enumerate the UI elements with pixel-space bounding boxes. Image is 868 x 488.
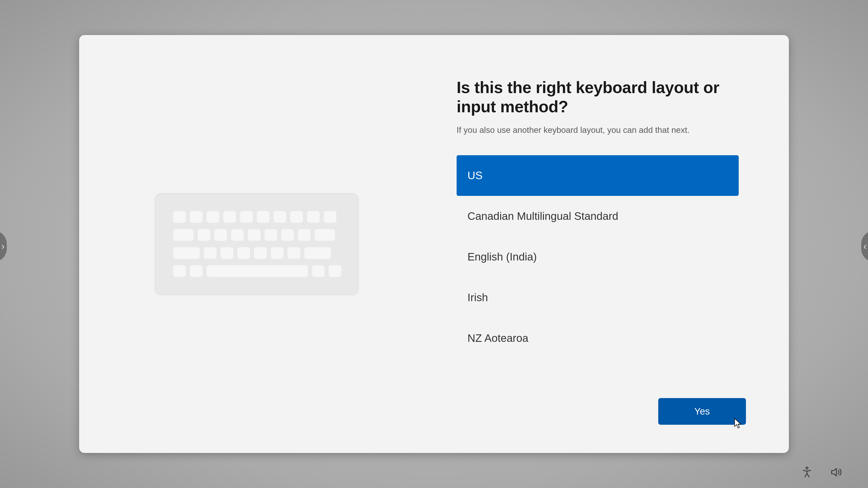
- page-title: Is this the right keyboard layout or inp…: [457, 78, 746, 116]
- keyboard-icon: [155, 193, 358, 295]
- oobe-keyboard-dialog: Is this the right keyboard layout or inp…: [79, 35, 789, 453]
- keyboard-layout-list: US Canadian Multilingual Standard Englis…: [457, 155, 739, 359]
- layout-option-label: NZ Aotearoa: [467, 332, 528, 344]
- layout-option-camulti[interactable]: Canadian Multilingual Standard: [457, 196, 739, 236]
- layout-option-us[interactable]: US: [457, 155, 739, 196]
- layout-option-label: English (India): [467, 251, 537, 263]
- layout-option-nz[interactable]: NZ Aotearoa: [457, 318, 739, 359]
- next-arrow-pill[interactable]: ‹: [861, 230, 868, 262]
- prev-arrow-pill[interactable]: ›: [0, 230, 7, 262]
- content-pane: Is this the right keyboard layout or inp…: [434, 35, 789, 453]
- volume-icon[interactable]: [830, 465, 843, 479]
- layout-option-label: US: [467, 169, 483, 182]
- illustration-pane: [79, 35, 434, 453]
- page-subtitle: If you also use another keyboard layout,…: [457, 125, 746, 135]
- accessibility-icon[interactable]: [800, 465, 814, 479]
- svg-point-0: [806, 467, 808, 469]
- layout-option-label: Canadian Multilingual Standard: [467, 210, 618, 222]
- layout-option-irish[interactable]: Irish: [457, 277, 739, 318]
- layout-option-en-india[interactable]: English (India): [457, 236, 739, 277]
- yes-button[interactable]: Yes: [658, 398, 746, 425]
- layout-option-label: Irish: [467, 291, 488, 304]
- system-tray: [800, 465, 843, 479]
